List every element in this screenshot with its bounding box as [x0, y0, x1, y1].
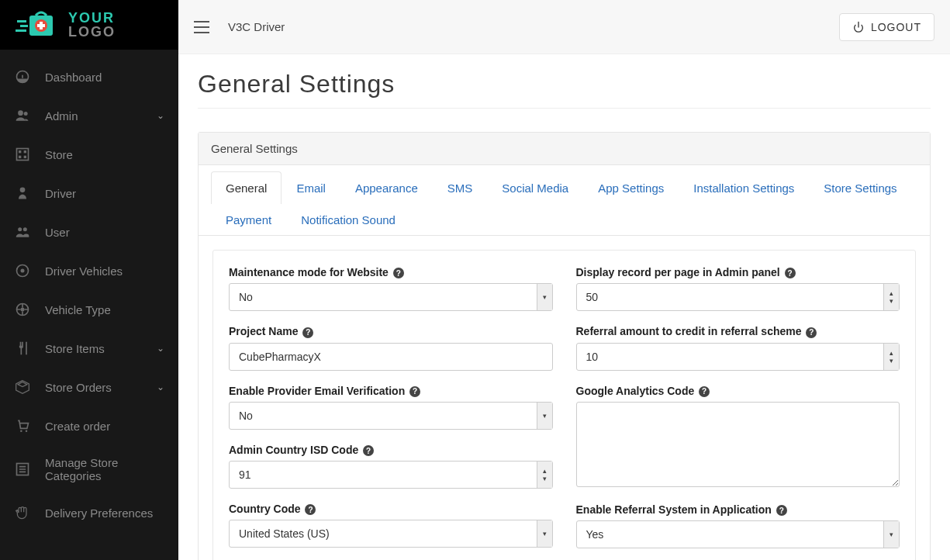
sidebar-item-store-items[interactable]: Store Items ⌄ — [0, 329, 178, 368]
number-spinner-icon[interactable]: ▴▾ — [883, 344, 899, 370]
svg-rect-9 — [17, 149, 29, 161]
page-title: General Settings — [198, 70, 931, 109]
sidebar-item-manage-store-categories[interactable]: Manage Store Categories — [0, 445, 178, 493]
tab-general[interactable]: General — [211, 171, 282, 204]
field-records-per-page: Display record per page in Admin panel ?… — [576, 266, 900, 311]
sidebar-item-label: Admin — [45, 109, 143, 123]
number-spinner-icon[interactable]: ▴▾ — [883, 284, 899, 310]
sidebar-item-label: User — [45, 226, 164, 239]
wheel-icon — [14, 301, 31, 318]
svg-point-7 — [18, 110, 23, 116]
svg-rect-3 — [37, 24, 45, 27]
select-dropdown-icon[interactable]: ▾ — [537, 284, 552, 310]
field-label: Project Name ? — [229, 325, 553, 337]
referral-amount-input[interactable] — [576, 343, 900, 371]
logout-button[interactable]: LOGOUT — [839, 13, 934, 41]
sidebar-item-store-orders[interactable]: Store Orders ⌄ — [0, 368, 178, 406]
sidebar-item-label: Manage Store Categories — [45, 456, 164, 482]
chevron-down-icon: ⌄ — [157, 382, 164, 392]
tab-appearance[interactable]: Appearance — [340, 171, 433, 204]
tab-social-media[interactable]: Social Media — [487, 171, 583, 204]
svg-rect-12 — [19, 156, 21, 158]
field-provider-email-verification: Enable Provider Email Verification ? ▾ — [229, 385, 553, 430]
cutlery-icon — [14, 340, 31, 357]
form-area: Maintenance mode for Website ? ▾ Project… — [212, 250, 916, 560]
help-icon[interactable]: ? — [776, 505, 787, 516]
tab-email[interactable]: Email — [282, 171, 340, 204]
svg-rect-5 — [20, 25, 28, 27]
dashboard-icon — [14, 68, 31, 85]
topbar: V3C Driver LOGOUT — [178, 0, 950, 54]
chevron-down-icon: ⌄ — [157, 343, 164, 354]
svg-point-20 — [21, 308, 25, 312]
sidebar-item-vehicle-type[interactable]: Vehicle Type — [0, 290, 178, 329]
target-icon — [14, 262, 31, 279]
list-icon — [14, 461, 31, 478]
enable-referral-select[interactable] — [576, 520, 900, 548]
tab-installation-settings[interactable]: Installation Settings — [679, 171, 809, 204]
select-dropdown-icon[interactable]: ▾ — [883, 521, 899, 548]
store-icon — [14, 146, 31, 163]
help-icon[interactable]: ? — [409, 386, 420, 397]
sidebar: YOUR LOGO Dashboard Admin ⌄ Store Driver — [0, 0, 178, 560]
field-label: Country Code ? — [229, 503, 553, 515]
sidebar-item-dashboard[interactable]: Dashboard — [0, 57, 178, 96]
country-code-select[interactable] — [229, 520, 553, 548]
google-analytics-textarea[interactable] — [576, 402, 900, 487]
panel-header: General Settings — [199, 133, 930, 165]
help-icon[interactable]: ? — [302, 327, 313, 338]
help-icon[interactable]: ? — [806, 327, 817, 338]
sidebar-item-create-order[interactable]: Create order — [0, 406, 178, 445]
help-icon[interactable]: ? — [785, 268, 796, 278]
content: General Settings General Settings Genera… — [178, 54, 950, 560]
help-icon[interactable]: ? — [393, 268, 404, 278]
svg-point-18 — [21, 269, 25, 273]
sidebar-item-store[interactable]: Store — [0, 135, 178, 174]
field-label: Maintenance mode for Website ? — [229, 266, 553, 278]
help-icon[interactable]: ? — [699, 386, 710, 397]
provider-email-verification-select[interactable] — [229, 402, 553, 430]
select-dropdown-icon[interactable]: ▾ — [537, 520, 552, 547]
menu-toggle-icon[interactable] — [194, 21, 209, 33]
records-per-page-input[interactable] — [576, 283, 900, 311]
sidebar-item-driver-vehicles[interactable]: Driver Vehicles — [0, 251, 178, 290]
field-label: Display record per page in Admin panel ? — [576, 266, 900, 278]
tab-sms[interactable]: SMS — [433, 171, 488, 204]
sidebar-item-admin[interactable]: Admin ⌄ — [0, 96, 178, 135]
svg-point-15 — [18, 227, 22, 231]
tab-notification-sound[interactable]: Notification Sound — [286, 203, 410, 236]
sidebar-item-label: Vehicle Type — [45, 303, 164, 316]
project-name-input[interactable] — [229, 343, 553, 371]
select-dropdown-icon[interactable]: ▾ — [537, 403, 552, 429]
help-icon[interactable]: ? — [305, 504, 316, 515]
sidebar-item-label: Store — [45, 148, 164, 161]
tab-app-settings[interactable]: App Settings — [583, 171, 679, 204]
sidebar-item-label: Store Items — [45, 342, 143, 355]
logout-label: LOGOUT — [871, 21, 921, 33]
maintenance-mode-select[interactable] — [229, 283, 553, 311]
sidebar-item-driver[interactable]: Driver — [0, 174, 178, 213]
field-label: Enable Provider Email Verification ? — [229, 385, 553, 397]
form-right-column: Display record per page in Admin panel ?… — [576, 266, 900, 560]
logo[interactable]: YOUR LOGO — [0, 0, 178, 50]
number-spinner-icon[interactable]: ▴▾ — [537, 461, 552, 488]
sidebar-item-label: Dashboard — [45, 71, 164, 84]
tab-store-settings[interactable]: Store Settings — [809, 171, 911, 204]
field-referral-amount: Referral amount to credit in referral sc… — [576, 325, 900, 370]
tab-payment[interactable]: Payment — [211, 203, 286, 236]
svg-point-8 — [24, 112, 28, 116]
admin-country-isd-input[interactable] — [229, 461, 553, 489]
cart-icon — [14, 417, 31, 434]
field-label: Google Analytics Code ? — [576, 385, 900, 397]
sidebar-item-delivery-preferences[interactable]: Delivery Preferences — [0, 493, 178, 532]
form-left-column: Maintenance mode for Website ? ▾ Project… — [229, 266, 553, 560]
sidebar-item-label: Driver Vehicles — [45, 264, 164, 278]
sidebar-item-user[interactable]: User — [0, 213, 178, 251]
field-label: Admin Country ISD Code ? — [229, 444, 553, 456]
field-maintenance-mode: Maintenance mode for Website ? ▾ — [229, 266, 553, 311]
field-label: Enable Referral System in Application ? — [576, 503, 900, 516]
svg-point-22 — [26, 430, 28, 432]
main: V3C Driver LOGOUT General Settings Gener… — [178, 0, 950, 560]
sidebar-nav: Dashboard Admin ⌄ Store Driver User D — [0, 50, 178, 532]
help-icon[interactable]: ? — [363, 445, 374, 456]
